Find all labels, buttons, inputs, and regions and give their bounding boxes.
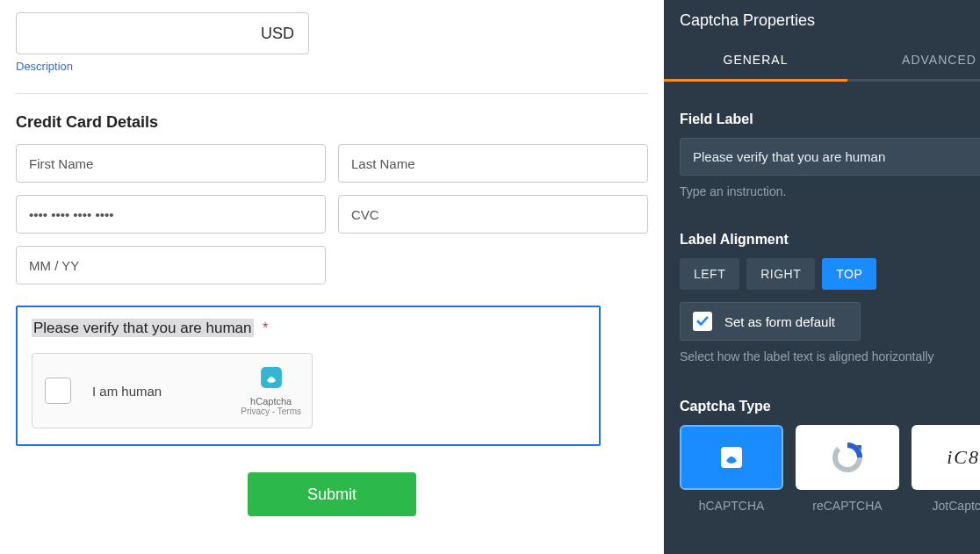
tab-general[interactable]: GENERAL xyxy=(664,40,847,79)
first-name-input[interactable] xyxy=(16,144,326,183)
field-label-input[interactable] xyxy=(680,138,980,176)
card-number-input[interactable] xyxy=(16,195,326,234)
cvc-input[interactable] xyxy=(338,195,648,234)
set-default-toggle[interactable]: Set as form default xyxy=(680,302,861,341)
hcaptcha-text: I am human xyxy=(92,384,162,399)
tab-advanced[interactable]: ADVANCED xyxy=(847,40,980,79)
divider xyxy=(16,93,648,94)
field-label-heading: Field Label xyxy=(680,112,980,127)
required-marker: * xyxy=(263,320,268,335)
hcaptcha-checkbox[interactable] xyxy=(45,378,71,404)
checkbox-icon xyxy=(693,312,712,331)
hcaptcha-widget[interactable]: I am human hCaptcha Privacy - Terms xyxy=(32,353,313,428)
name-row xyxy=(16,144,648,183)
expiry-input[interactable] xyxy=(16,246,326,284)
hcaptcha-fineprint: Privacy - Terms xyxy=(241,407,301,416)
hcaptcha-brand: hCaptcha Privacy - Terms xyxy=(241,363,301,416)
properties-panel: Captcha Properties ✕ GENERAL ADVANCED Fi… xyxy=(664,0,980,554)
amount-field[interactable]: USD xyxy=(16,12,309,54)
captcha-type-hcaptcha[interactable] xyxy=(680,425,783,490)
form-canvas: USD Description Credit Card Details Plea… xyxy=(0,0,664,554)
captcha-field-selected[interactable]: Please verify that you are human * I am … xyxy=(16,306,601,446)
field-label-hint: Type an instruction. xyxy=(680,184,980,198)
currency-suffix: USD xyxy=(261,25,294,43)
captcha-type-recaptcha[interactable] xyxy=(796,425,899,490)
jotcaptcha-type-icon: iC8 xyxy=(947,446,980,469)
hcaptcha-icon xyxy=(256,363,286,392)
panel-title: Captcha Properties xyxy=(680,11,815,30)
last-name-input[interactable] xyxy=(338,144,648,183)
alignment-hint: Select how the label text is aligned hor… xyxy=(680,349,980,363)
submit-button[interactable]: Submit xyxy=(248,472,416,516)
expiry-row xyxy=(16,246,326,284)
captcha-type-hcaptcha-label: hCAPTCHA xyxy=(680,499,783,513)
card-row xyxy=(16,195,648,234)
captcha-type-jotcaptcha-label: JotCaptcha xyxy=(912,499,980,513)
align-top-button[interactable]: TOP xyxy=(822,258,876,290)
recaptcha-type-icon xyxy=(830,440,865,475)
hcaptcha-brand-text: hCaptcha xyxy=(241,396,301,407)
section-title: Credit Card Details xyxy=(16,113,648,132)
hcaptcha-type-icon xyxy=(714,440,749,475)
align-right-button[interactable]: RIGHT xyxy=(746,258,815,290)
captcha-type-heading: Captcha Type xyxy=(680,399,980,414)
description-link[interactable]: Description xyxy=(16,60,73,73)
align-left-button[interactable]: LEFT xyxy=(680,258,739,290)
set-default-label: Set as form default xyxy=(724,314,835,329)
captcha-type-jotcaptcha[interactable]: iC8 xyxy=(912,425,980,490)
captcha-type-recaptcha-label: reCAPTCHA xyxy=(796,499,899,513)
alignment-heading: Label Alignment xyxy=(680,232,980,248)
captcha-field-label: Please verify that you are human xyxy=(32,319,254,337)
